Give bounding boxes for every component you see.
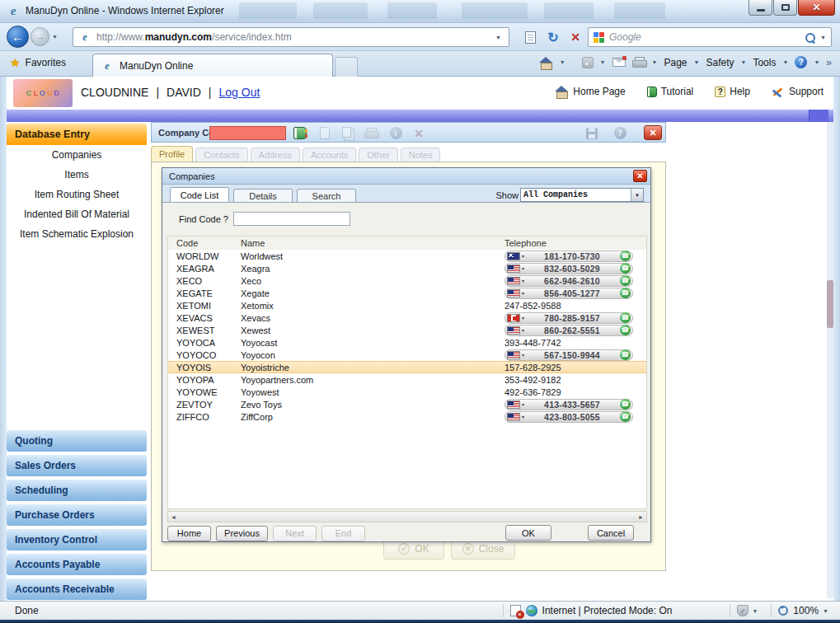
page-scrollbar[interactable] <box>827 122 833 598</box>
support-link[interactable]: Support <box>772 86 824 97</box>
feeds-icon[interactable] <box>582 57 594 68</box>
tools-menu[interactable]: Tools <box>753 57 776 68</box>
stop-button[interactable]: ✕ <box>565 27 586 47</box>
table-row[interactable]: WORLDWWorldwest▾181-170-5730☎ <box>168 250 646 262</box>
sidebar-item-companies[interactable]: Companies <box>7 145 147 165</box>
recent-pages-dropdown-icon[interactable]: ▼ <box>52 34 58 40</box>
flag-au-icon[interactable] <box>507 252 520 260</box>
show-companies-select[interactable]: All Companies ▼ <box>520 188 644 202</box>
inprivate-filter-icon[interactable]: ✓ <box>737 605 748 616</box>
compatibility-view-button[interactable] <box>519 27 541 47</box>
search-icon[interactable] <box>805 32 815 43</box>
sidebar-section-accounts-receivable[interactable]: Accounts Receivable <box>7 578 147 600</box>
flag-us-icon[interactable] <box>507 289 520 297</box>
close-button[interactable]: ✕ <box>798 0 835 16</box>
phone-dial-pill[interactable]: ▾856-405-1277☎ <box>504 288 633 299</box>
table-row[interactable]: YOYOWEYoyowest492-636-7829 <box>168 386 646 398</box>
table-row[interactable]: YOYOCOYoyocon▾567-150-9944☎ <box>168 349 646 361</box>
flag-dropdown-icon[interactable]: ▾ <box>522 278 524 283</box>
sidebar-section-sales-orders[interactable]: Sales Orders <box>7 455 147 476</box>
record-tab-accounts[interactable]: Accounts <box>303 148 356 162</box>
table-row[interactable]: YOYOCAYoyocast393-448-7742 <box>168 336 646 349</box>
call-icon[interactable]: ☎ <box>620 251 631 261</box>
search-dropdown-icon[interactable]: ▼ <box>820 35 826 40</box>
phone-dial-pill[interactable]: ▾567-150-9944☎ <box>504 349 633 361</box>
flag-dropdown-icon[interactable]: ▾ <box>522 352 524 358</box>
dialog-tab-details[interactable]: Details <box>233 189 293 203</box>
table-row[interactable]: XEVACSXevacs▾780-285-9157☎ <box>168 312 646 324</box>
sidebar-item-items[interactable]: Items <box>7 165 147 185</box>
table-row[interactable]: ZIFFCOZiffCorp▾423-803-5055☎ <box>168 410 646 423</box>
table-row[interactable]: XEWESTXewest▾860-262-5551☎ <box>168 324 646 336</box>
call-icon[interactable]: ☎ <box>620 399 631 410</box>
read-mail-icon[interactable] <box>612 58 626 67</box>
table-row[interactable]: YOYOPAYoyopartners.com353-492-9182 <box>168 373 646 386</box>
record-tab-address[interactable]: Address <box>251 148 300 162</box>
flag-dropdown-icon[interactable]: ▾ <box>522 414 524 419</box>
record-close-button[interactable]: ✕ <box>644 125 662 140</box>
dialog-close-button[interactable]: ✕ <box>633 170 647 182</box>
logout-link[interactable]: Log Out <box>219 86 260 99</box>
phone-dial-pill[interactable]: ▾832-603-5029☎ <box>504 263 633 274</box>
flag-us-icon[interactable] <box>507 351 520 359</box>
call-icon[interactable]: ☎ <box>620 325 631 335</box>
favorites-button[interactable]: ★ Favorites <box>10 56 66 69</box>
help-dropdown-icon[interactable]: ▼ <box>814 59 819 65</box>
flag-dropdown-icon[interactable]: ▾ <box>522 315 524 321</box>
flag-us-icon[interactable] <box>507 326 520 335</box>
flag-ca-icon[interactable] <box>507 314 520 322</box>
filter-dropdown-icon[interactable]: ▼ <box>752 608 758 614</box>
flag-us-icon[interactable] <box>507 265 520 273</box>
flag-dropdown-icon[interactable]: ▾ <box>522 253 524 259</box>
nav-button-previous[interactable]: Previous <box>216 526 268 541</box>
home-dropdown-icon[interactable]: ▼ <box>560 59 565 65</box>
tools-menu-dropdown-icon[interactable]: ▼ <box>782 59 788 65</box>
call-icon[interactable]: ☎ <box>620 312 631 323</box>
nav-button-home[interactable]: Home <box>167 526 211 541</box>
find-code-input[interactable] <box>233 212 350 226</box>
print-icon[interactable] <box>632 57 645 68</box>
dialog-tab-search[interactable]: Search <box>297 189 356 203</box>
call-icon[interactable]: ☎ <box>620 349 631 360</box>
forward-button[interactable]: → <box>31 27 49 46</box>
table-row[interactable]: XEGATEXegate▾856-405-1277☎ <box>168 287 646 299</box>
record-tab-other[interactable]: Other <box>359 148 398 162</box>
show-dropdown-icon[interactable]: ▼ <box>631 189 643 201</box>
call-icon[interactable]: ☎ <box>620 288 631 298</box>
address-dropdown-icon[interactable]: ▼ <box>495 35 501 40</box>
dialog-title-bar[interactable]: Companies ✕ <box>162 168 650 185</box>
record-tab-contacts[interactable]: Contacts <box>195 148 247 162</box>
flag-us-icon[interactable] <box>507 400 520 409</box>
zoom-control[interactable]: 100% ▼ <box>778 605 828 616</box>
flag-dropdown-icon[interactable]: ▾ <box>522 327 524 333</box>
lookup-book-icon[interactable] <box>290 125 310 141</box>
help-icon[interactable]: ? <box>795 56 807 68</box>
flag-dropdown-icon[interactable]: ▾ <box>522 265 524 271</box>
sidebar-section-purchase-orders[interactable]: Purchase Orders <box>7 504 147 526</box>
call-icon[interactable]: ☎ <box>620 263 631 274</box>
search-input[interactable] <box>609 31 800 43</box>
safety-menu[interactable]: Safety <box>706 57 734 68</box>
company-code-input[interactable] <box>209 126 286 140</box>
sidebar-item-item-routing-sheet[interactable]: Item Routing Sheet <box>7 185 147 204</box>
phone-dial-pill[interactable]: ▾780-285-9157☎ <box>504 312 633 324</box>
table-row[interactable]: XECOXeco▾662-946-2610☎ <box>168 274 646 287</box>
sidebar-section-scheduling[interactable]: Scheduling <box>7 480 147 501</box>
page-menu-dropdown-icon[interactable]: ▼ <box>694 59 700 65</box>
home-page-link[interactable]: Home Page <box>555 86 625 97</box>
call-icon[interactable]: ☎ <box>620 411 631 422</box>
home-icon[interactable] <box>539 57 553 68</box>
flag-us-icon[interactable] <box>507 413 520 421</box>
minimize-button[interactable] <box>748 0 772 16</box>
phone-dial-pill[interactable]: ▾860-262-5551☎ <box>504 325 633 336</box>
table-row[interactable]: XEAGRAXeagra▾832-603-5029☎ <box>168 262 646 274</box>
tutorial-link[interactable]: Tutorial <box>647 86 694 97</box>
sidebar-item-item-schematic-explosion[interactable]: Item Schematic Explosion <box>7 224 147 244</box>
search-box[interactable]: ▼ <box>588 27 832 47</box>
flag-us-icon[interactable] <box>507 277 520 285</box>
feeds-dropdown-icon[interactable]: ▼ <box>600 59 606 65</box>
phone-dial-pill[interactable]: ▾181-170-5730☎ <box>504 251 633 262</box>
address-input[interactable]: e http://www.manudyn.com/service/index.h… <box>73 27 509 47</box>
phone-dial-pill[interactable]: ▾662-946-2610☎ <box>504 275 633 287</box>
dialog-tab-code-list[interactable]: Code List <box>170 187 229 203</box>
